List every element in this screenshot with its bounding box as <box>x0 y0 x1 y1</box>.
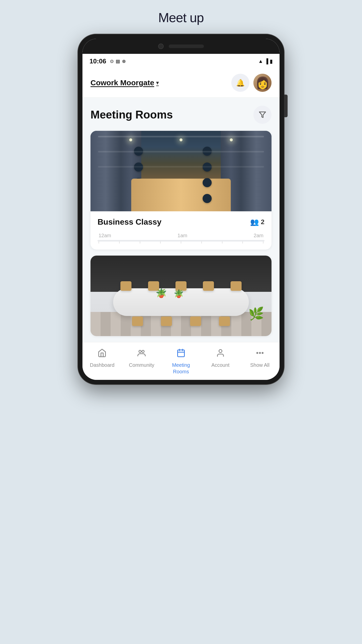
nav-item-account[interactable]: Account <box>201 347 240 369</box>
chair <box>219 316 230 326</box>
nav-label-show-all: Show All <box>250 362 269 368</box>
person-icon <box>216 348 225 360</box>
capacity-icon: 👥 <box>250 218 259 226</box>
phone-top-bar <box>82 39 280 54</box>
app-icon-2: ▤ <box>116 59 120 64</box>
section-title: Meeting Rooms <box>90 108 173 121</box>
timeline-label-start: 12am <box>99 233 111 238</box>
app-title: Meet up <box>158 10 204 25</box>
timeline-tick <box>242 242 243 244</box>
nav-item-meeting-rooms[interactable]: MeetingRooms <box>161 347 201 376</box>
user-avatar <box>253 74 272 92</box>
avatar-button[interactable] <box>253 74 272 92</box>
battery-icon: ▮ <box>270 58 273 64</box>
room-image-2 <box>90 256 272 336</box>
timeline-tick <box>201 242 202 244</box>
workspace-selector[interactable]: Cowork Moorgate ▾ <box>90 78 159 87</box>
svg-point-7 <box>219 350 222 353</box>
timeline-tick <box>263 242 263 244</box>
timeline-label-mid: 1am <box>177 233 187 238</box>
camera-dot <box>158 44 164 49</box>
plant-2 <box>174 285 184 298</box>
bell-icon: 🔔 <box>236 79 245 87</box>
workspace-name: Cowork Moorgate <box>90 78 154 87</box>
capacity-count-1: 2 <box>261 218 264 226</box>
svg-point-8 <box>257 352 258 354</box>
nav-item-show-all[interactable]: Show All <box>240 347 280 369</box>
svg-marker-0 <box>259 112 266 118</box>
nav-label-account: Account <box>211 362 230 368</box>
nav-label-meeting-rooms: MeetingRooms <box>172 362 190 375</box>
room-timeline-1: 12am 1am 2am <box>98 231 264 245</box>
speaker-grille <box>169 45 204 48</box>
timeline-label-end: 2am <box>254 233 263 238</box>
home-icon <box>98 348 107 360</box>
dots-icon <box>255 348 264 360</box>
signal-icon: ▐ <box>265 58 268 64</box>
notification-button[interactable]: 🔔 <box>231 74 249 92</box>
phone-screen: 10:06 ⊙ ▤ ⊗ ▲ ▐ ▮ Cowork Moorgate ▾ <box>82 39 280 380</box>
nav-label-community: Community <box>129 362 154 368</box>
app-icon-3: ⊗ <box>122 59 126 64</box>
ceiling-light <box>179 138 183 141</box>
calendar-icon <box>176 348 186 360</box>
room-name-1: Business Classy <box>98 217 161 227</box>
status-app-icons: ⊙ ▤ ⊗ <box>110 59 126 64</box>
timeline-labels: 12am 1am 2am <box>98 233 264 238</box>
timeline-tick <box>222 242 222 244</box>
room-capacity-1: 👥 2 <box>250 218 264 226</box>
svg-point-2 <box>142 350 144 353</box>
section-header: Meeting Rooms <box>90 106 272 124</box>
room-card-2[interactable] <box>90 256 272 336</box>
nav-item-dashboard[interactable]: Dashboard <box>82 347 122 369</box>
app-header: Cowork Moorgate ▾ 🔔 <box>82 69 280 98</box>
room-image-1 <box>90 131 272 211</box>
svg-point-9 <box>259 352 260 354</box>
room-info-1: Business Classy 👥 2 12am 1am 2am <box>90 211 272 250</box>
svg-point-10 <box>262 352 263 354</box>
status-right-icons: ▲ ▐ ▮ <box>258 58 273 64</box>
room-name-row: Business Classy 👥 2 <box>98 217 264 227</box>
timeline-tick <box>119 242 120 244</box>
svg-point-1 <box>139 350 141 353</box>
header-actions: 🔔 <box>231 74 272 92</box>
ceiling-lights <box>90 138 272 141</box>
app-icon-1: ⊙ <box>110 59 114 64</box>
timeline-tick <box>140 242 140 244</box>
chairs-row-bottom <box>123 316 239 326</box>
chair <box>203 147 212 156</box>
chevron-down-icon: ▾ <box>156 80 159 86</box>
timeline-tick <box>181 242 181 244</box>
chair <box>161 316 172 326</box>
plant-right <box>248 306 264 321</box>
nav-item-community[interactable]: Community <box>122 347 161 369</box>
timeline-bar <box>98 240 264 242</box>
chairs-right <box>203 138 228 211</box>
room-card-1[interactable]: Business Classy 👥 2 12am 1am 2am <box>90 131 272 250</box>
timeline-tick <box>99 242 99 244</box>
chair <box>132 316 143 326</box>
ceiling-light <box>230 138 233 141</box>
filter-button[interactable] <box>253 106 272 124</box>
filter-icon <box>259 111 266 118</box>
ceiling-light <box>129 138 132 141</box>
chair <box>203 194 212 203</box>
phone-shell: 10:06 ⊙ ▤ ⊗ ▲ ▐ ▮ Cowork Moorgate ▾ <box>78 34 284 384</box>
chair <box>134 163 143 172</box>
chair <box>190 316 201 326</box>
plant-1 <box>156 283 166 298</box>
chair <box>120 281 131 291</box>
community-icon <box>137 348 146 360</box>
timeline-tick <box>160 242 161 244</box>
timeline-ticks <box>98 242 264 244</box>
chair <box>203 281 214 291</box>
wifi-icon: ▲ <box>258 58 263 64</box>
chair <box>203 178 212 187</box>
status-bar: 10:06 ⊙ ▤ ⊗ ▲ ▐ ▮ <box>82 54 280 69</box>
chair <box>134 147 143 156</box>
bottom-navigation: Dashboard Community <box>82 342 280 380</box>
chair <box>203 163 212 172</box>
main-content: Meeting Rooms <box>82 98 280 336</box>
svg-rect-3 <box>177 350 184 357</box>
nav-label-dashboard: Dashboard <box>90 362 114 368</box>
